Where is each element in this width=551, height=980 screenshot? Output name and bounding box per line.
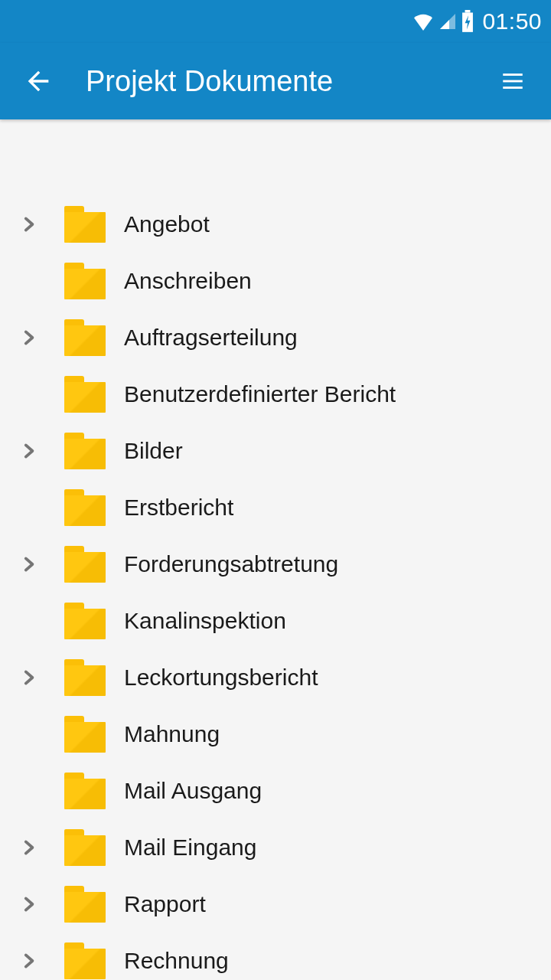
folder-label: Rechnung	[124, 948, 229, 974]
folder-row[interactable]: Angebot	[0, 196, 551, 253]
expand-toggle[interactable]	[18, 951, 64, 971]
chevron-right-icon	[18, 838, 38, 858]
battery-charging-icon	[461, 10, 474, 33]
menu-button[interactable]	[490, 58, 536, 104]
content-area: AngebotAnschreibenAuftragserteilungBenut…	[0, 119, 551, 980]
svg-rect-5	[503, 87, 523, 89]
folder-label: Benutzerdefinierter Bericht	[124, 381, 396, 407]
chevron-right-icon	[18, 951, 38, 971]
wifi-icon	[412, 12, 435, 31]
chevron-right-icon	[18, 441, 38, 461]
folder-label: Rapport	[124, 891, 206, 917]
arrow-left-icon	[23, 66, 54, 96]
folder-label: Leckortungsbericht	[124, 665, 318, 691]
status-icons	[412, 10, 474, 33]
svg-rect-0	[465, 10, 471, 12]
folder-icon	[64, 546, 106, 583]
folder-row[interactable]: Rechnung	[0, 933, 551, 980]
folder-label: Auftragserteilung	[124, 325, 298, 351]
expand-toggle[interactable]	[18, 328, 64, 348]
folder-label: Mail Ausgang	[124, 778, 262, 804]
folder-label: Angebot	[124, 211, 210, 237]
folder-row[interactable]: Benutzerdefinierter Bericht	[0, 366, 551, 423]
folder-icon	[64, 489, 106, 526]
folder-icon	[64, 659, 106, 696]
expand-toggle[interactable]	[18, 441, 64, 461]
folder-row[interactable]: Mail Eingang	[0, 819, 551, 876]
expand-toggle[interactable]	[18, 668, 64, 688]
folder-icon	[64, 433, 106, 469]
folder-label: Erstbericht	[124, 495, 233, 521]
chevron-right-icon	[18, 668, 38, 688]
expand-toggle[interactable]	[18, 894, 64, 914]
status-bar: 01:50	[0, 0, 551, 43]
back-button[interactable]	[15, 58, 61, 104]
folder-row[interactable]: Leckortungsbericht	[0, 649, 551, 706]
folder-row[interactable]: Anschreiben	[0, 253, 551, 309]
folder-icon	[64, 886, 106, 923]
chevron-right-icon	[18, 894, 38, 914]
folder-list: AngebotAnschreibenAuftragserteilungBenut…	[0, 196, 551, 980]
folder-icon	[64, 263, 106, 299]
expand-toggle[interactable]	[18, 838, 64, 858]
folder-label: Anschreiben	[124, 268, 252, 294]
folder-icon	[64, 773, 106, 809]
folder-icon	[64, 829, 106, 866]
status-time: 01:50	[482, 8, 542, 34]
folder-row[interactable]: Auftragserteilung	[0, 309, 551, 366]
folder-row[interactable]: Mail Ausgang	[0, 763, 551, 819]
chevron-right-icon	[18, 554, 38, 574]
folder-row[interactable]: Forderungsabtretung	[0, 536, 551, 593]
expand-toggle[interactable]	[18, 214, 64, 234]
folder-icon	[64, 942, 106, 979]
folder-row[interactable]: Kanalinspektion	[0, 593, 551, 649]
folder-row[interactable]: Rapport	[0, 876, 551, 933]
chevron-right-icon	[18, 214, 38, 234]
svg-rect-3	[503, 74, 523, 76]
folder-icon	[64, 319, 106, 356]
expand-toggle[interactable]	[18, 554, 64, 574]
app-bar: Projekt Dokumente	[0, 43, 551, 119]
folder-label: Kanalinspektion	[124, 608, 286, 634]
folder-icon	[64, 603, 106, 639]
folder-label: Forderungsabtretung	[124, 551, 338, 577]
folder-label: Mail Eingang	[124, 835, 256, 861]
hamburger-icon	[500, 68, 526, 94]
folder-row[interactable]: Erstbericht	[0, 479, 551, 536]
folder-row[interactable]: Mahnung	[0, 706, 551, 763]
folder-label: Mahnung	[124, 721, 220, 747]
folder-icon	[64, 716, 106, 753]
folder-icon	[64, 376, 106, 413]
svg-rect-4	[503, 80, 523, 83]
cell-signal-icon	[438, 12, 458, 31]
folder-label: Bilder	[124, 438, 183, 464]
chevron-right-icon	[18, 328, 38, 348]
folder-row[interactable]: Bilder	[0, 423, 551, 479]
folder-icon	[64, 206, 106, 243]
page-title: Projekt Dokumente	[86, 65, 490, 98]
